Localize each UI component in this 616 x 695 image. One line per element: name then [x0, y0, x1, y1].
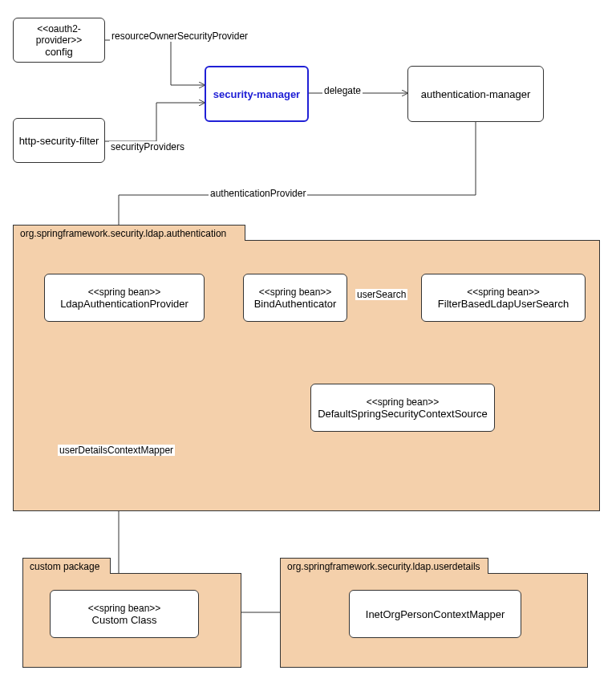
stereotype: <<oauth2-provider>>: [18, 23, 99, 46]
package-label: custom package: [30, 561, 99, 572]
edge-label-user-search: userSearch: [355, 289, 407, 300]
node-filter-based-search: <<spring bean>> FilterBasedLdapUserSearc…: [421, 274, 586, 322]
node-label: authentication-manager: [421, 88, 531, 100]
node-authentication-manager: authentication-manager: [407, 66, 544, 122]
edge-label-user-details-mapper: userDetailsContextMapper: [58, 445, 175, 456]
node-config: <<oauth2-provider>> config: [13, 18, 105, 63]
node-label: BindAuthenticator: [254, 298, 337, 310]
package-label: org.springframework.security.ldap.authen…: [20, 228, 226, 239]
edge-label-delegate: delegate: [322, 85, 363, 96]
edge-label-security-providers: securityProviders: [109, 141, 186, 152]
node-ldap-auth-provider: <<spring bean>> LdapAuthenticationProvid…: [44, 274, 205, 322]
node-label: security-manager: [213, 88, 300, 100]
node-label: FilterBasedLdapUserSearch: [438, 298, 569, 310]
node-inetorg-mapper: InetOrgPersonContextMapper: [349, 590, 521, 638]
node-bind-authenticator: <<spring bean>> BindAuthenticator: [243, 274, 347, 322]
stereotype: <<spring bean>>: [88, 287, 161, 298]
node-security-manager: security-manager: [205, 66, 309, 122]
edge-label-resource-owner: resourceOwnerSecurityProvider: [110, 30, 249, 42]
package-tab: custom package: [22, 558, 111, 574]
node-http-security-filter: http-security-filter: [13, 118, 105, 163]
package-tab: org.springframework.security.ldap.userde…: [280, 558, 488, 574]
stereotype: <<spring bean>>: [88, 603, 161, 614]
node-label: http-security-filter: [19, 135, 99, 147]
node-label: LdapAuthenticationProvider: [60, 298, 188, 310]
node-label: Custom Class: [92, 614, 157, 626]
package-tab: org.springframework.security.ldap.authen…: [13, 225, 245, 241]
node-custom-class: <<spring bean>> Custom Class: [50, 590, 199, 638]
node-default-context-source: <<spring bean>> DefaultSpringSecurityCon…: [310, 384, 495, 432]
node-label: DefaultSpringSecurityContextSource: [318, 408, 488, 420]
node-label: InetOrgPersonContextMapper: [366, 608, 505, 620]
edge-label-auth-provider: authenticationProvider: [209, 188, 307, 199]
stereotype: <<spring bean>>: [259, 287, 332, 298]
stereotype: <<spring bean>>: [467, 287, 540, 298]
stereotype: <<spring bean>>: [367, 396, 440, 408]
node-label: config: [45, 46, 73, 58]
package-label: org.springframework.security.ldap.userde…: [287, 561, 480, 572]
